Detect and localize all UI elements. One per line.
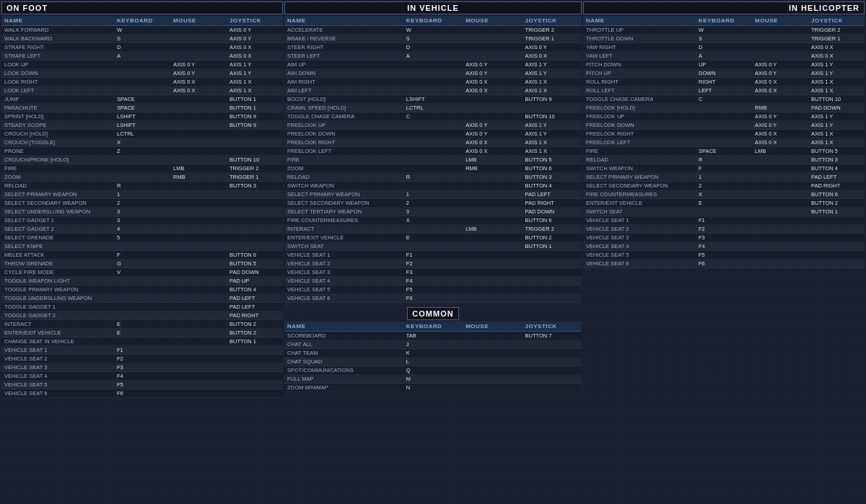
table-row: TOGGLE WEAPON LIGHTPAD UP: [1, 277, 283, 286]
table-row: SWITCH SEATBUTTON 1: [284, 242, 582, 251]
table-row: VEHICLE SEAT 3F3: [583, 234, 865, 242]
table-row: VEHICLE SEAT 2F2: [1, 355, 283, 363]
table-row: LOOK DOWNAXIS 0 YAXIS 1 Y: [1, 69, 283, 78]
table-row: STEADY SCOPELSHIFTBUTTON 9: [1, 121, 283, 130]
col-keyboard: KEYBOARD: [114, 16, 170, 26]
table-row: TOGGLE UNDERSLUNG WEAPONPAD LEFT: [1, 294, 283, 303]
table-row: ENTER/EXIT VEHICLEEBUTTON 2: [284, 234, 582, 242]
table-row: SWITCH WEAPONBUTTON 4: [284, 182, 582, 190]
table-row: VEHICLE SEAT 6F6: [284, 294, 582, 303]
table-row: ROLL LEFTLEFTAXIS 0 XAXIS 1 X: [583, 87, 865, 95]
col-mouse: MOUSE: [463, 16, 522, 26]
table-row: CROUCH [TOGGLE]X: [1, 138, 283, 147]
table-row: SELECT GRENADE5: [1, 234, 283, 242]
table-row: FIRELMBBUTTON 5: [284, 156, 582, 164]
table-row: AIM RIGHTAXIS 0 XAXIS 1 X: [284, 78, 582, 87]
in-vehicle-panel: IN VEHICLE NAME KEYBOARD MOUSE JOYSTICK …: [284, 1, 582, 303]
table-row: STRAFE LEFTAAXIS 0 X: [1, 52, 283, 61]
table-row: AIM LEFTAXIS 0 XAXIS 1 X: [284, 87, 582, 95]
table-row: THROTTLE DOWNSTRIGGER 1: [583, 35, 865, 43]
table-row: FREELOOK RIGHTAXIS 0 XAXIS 1 X: [284, 138, 582, 147]
table-row: ENTER/EXIT VEHICLEEBUTTON 2: [1, 329, 283, 337]
col-joystick: JOYSTICK: [522, 16, 582, 26]
on-foot-panel: ON FOOT NAME KEYBOARD MOUSE JOYSTICK WAL…: [1, 1, 283, 503]
table-row: FREELOOK LEFTAXIS 0 XAXIS 1 X: [284, 147, 582, 156]
table-row: BRAKE / REVERSESTRIGGER 1: [284, 35, 582, 43]
table-row: TOGGLE CHASE CAMERACBUTTON 10: [284, 112, 582, 121]
col-joystick: JOYSTICK: [808, 16, 865, 26]
table-row: FREELOOK RIGHTAXIS 0 XAXIS 1 X: [583, 130, 865, 138]
table-row: LOOK RIGHTAXIS 0 XAXIS 1 X: [1, 78, 283, 87]
table-row: RELOADRBUTTON 3: [1, 182, 283, 190]
table-row: VEHICLE SEAT 1F1: [583, 216, 865, 225]
table-row: INTERACTEBUTTON 2: [1, 320, 283, 329]
main-layout: ON FOOT NAME KEYBOARD MOUSE JOYSTICK WAL…: [0, 0, 866, 504]
table-row: VEHICLE SEAT 3F3: [1, 363, 283, 372]
on-foot-table: NAME KEYBOARD MOUSE JOYSTICK WALK FORWAR…: [1, 16, 283, 398]
table-row: ZOOMRMBTRIGGER 1: [1, 173, 283, 182]
table-row: SELECT SECONDARY WEAPON2PAD RIGHT: [583, 182, 865, 190]
table-row: TOGGLE PRIMARY WEAPONBUTTON 4: [1, 286, 283, 294]
table-row: VEHICLE SEAT 5F5: [1, 381, 283, 389]
table-row: RELOADRBUTTON 3: [284, 173, 582, 182]
table-row: VEHICLE SEAT 2F2: [583, 225, 865, 234]
table-row: PITCH UPDOWNAXIS 0 YAXIS 1 Y: [583, 69, 865, 78]
table-row: WALK BACKWARDSAXIS 0 Y: [1, 35, 283, 43]
table-row: SPRINT [HOLD]LSHIFTBUTTON 9: [1, 112, 283, 121]
table-row: VEHICLE SEAT 1F1: [284, 251, 582, 260]
on-foot-title: ON FOOT: [1, 1, 283, 14]
table-row: YAW LEFTAAXIS 0 X: [583, 52, 865, 61]
table-row: TOGGLE GADGET 1PAD LEFT: [1, 303, 283, 311]
in-vehicle-title: IN VEHICLE: [284, 1, 582, 14]
table-row: PARACHUTESPACEBUTTON 1: [1, 104, 283, 112]
table-row: VEHICLE SEAT 1F1: [1, 346, 283, 355]
in-helicopter-table: NAME KEYBOARD MOUSE JOYSTICK THROTTLE UP…: [583, 16, 865, 268]
table-row: FREELOOK LEFTAXIS 0 XAXIS 1 X: [583, 138, 865, 147]
table-row: STEER RIGHTDAXIS 0 Y: [284, 43, 582, 52]
col-name: NAME: [1, 16, 114, 26]
table-row: ROLL RIGHTRIGHTAXIS 0 XAXIS 1 X: [583, 78, 865, 87]
in-helicopter-panel: IN HELICOPTER NAME KEYBOARD MOUSE JOYSTI…: [583, 1, 865, 503]
col-mouse: MOUSE: [752, 16, 808, 26]
table-row: FREELOOK UPAXIS 0 YAXIS 1 Y: [284, 121, 582, 130]
table-row: STRAFE RIGHTDAXIS 0 X: [1, 43, 283, 52]
table-row: CROUCH [HOLD]LCTRL: [1, 130, 283, 138]
table-row: VEHICLE SEAT 3F3: [284, 268, 582, 277]
table-row: WALK FORWARDWAXIS 0 Y: [1, 26, 283, 35]
table-row: AIM UPAXIS 0 YAXIS 1 Y: [284, 61, 582, 69]
table-row: SELECT KNIFE: [1, 242, 283, 251]
col-mouse: MOUSE: [170, 16, 227, 26]
table-row: SELECT UNDERSLUNG WEAPON3: [1, 208, 283, 216]
table-row: VEHICLE SEAT 4F4: [583, 242, 865, 251]
table-row: PRONEZ: [1, 147, 283, 156]
table-row: FIRE COUNTERMEASURESXBUTTON 6: [583, 190, 865, 199]
table-row: FREELOOK DOWNAXIS 0 YAXIS 1 Y: [583, 121, 865, 130]
table-row: FREELOOK UPAXIS 0 YAXIS 1 Y: [583, 112, 865, 121]
table-row: FULL MAPM: [284, 375, 582, 384]
table-row: TOGGLE CHASE CAMERACBUTTON 10: [583, 95, 865, 104]
table-row: VEHICLE SEAT 4F4: [1, 372, 283, 381]
col-keyboard: KEYBOARD: [403, 322, 463, 332]
table-row: SELECT PRIMARY WEAPON1PAD LEFT: [583, 173, 865, 182]
table-row: SPOT/COMMUNICATIONSQ: [284, 366, 582, 375]
table-row: SELECT SECONDARY WEAPON2: [1, 199, 283, 208]
table-row: SELECT TERTIARY WEAPON3PAD DOWN: [284, 208, 582, 216]
table-row: CRAWL SPEED [HOLD]LCTRL: [284, 104, 582, 112]
table-row: AIM DOWNAXIS 0 YAXIS 1 Y: [284, 69, 582, 78]
col-name: NAME: [284, 322, 403, 332]
col-joystick: JOYSTICK: [227, 16, 283, 26]
table-row: TOGGLE GADGET 2PAD RIGHT: [1, 311, 283, 320]
table-row: VEHICLE SEAT 2F2: [284, 260, 582, 268]
table-row: THROW GRENADEGBUTTON 5: [1, 260, 283, 268]
table-row: SELECT PRIMARY WEAPON1PAD LEFT: [284, 190, 582, 199]
col-keyboard: KEYBOARD: [696, 16, 752, 26]
common-panel: COMMON NAME KEYBOARD MOUSE JOYSTICK SCOR…: [284, 307, 582, 503]
table-row: FREELOOK DOWNAXIS 0 YAXIS 1 Y: [284, 130, 582, 138]
table-row: INTERACTLMBTRIGGER 2: [284, 225, 582, 234]
table-row: SELECT GADGET 24: [1, 225, 283, 234]
table-row: CROUCH/PRONE [HOLO]BUTTON 10: [1, 156, 283, 164]
table-row: PITCH DOWNUPAXIS 0 YAXIS 1 Y: [583, 61, 865, 69]
in-vehicle-table: NAME KEYBOARD MOUSE JOYSTICK ACCELERATEW…: [284, 16, 582, 303]
common-table: NAME KEYBOARD MOUSE JOYSTICK SCOREBOARDT…: [284, 322, 582, 392]
table-row: SELECT PRIMARY WEAPON1: [1, 190, 283, 199]
